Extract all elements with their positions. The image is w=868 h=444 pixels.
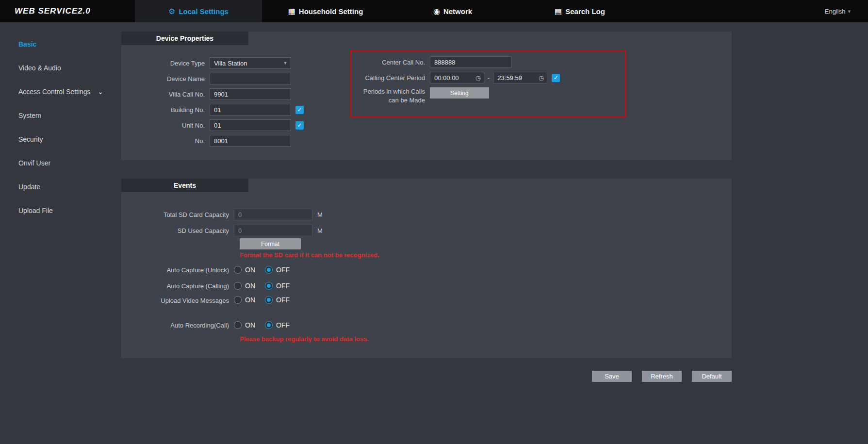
period-separator: - (488, 74, 490, 82)
sidebar-item-label: Upload File (18, 207, 53, 214)
upload-video-messages-label: Upload Video Messages (127, 296, 229, 305)
device-type-select[interactable]: Villa Station ▼ (210, 57, 291, 69)
calling-center-period-label: Calling Center Period (353, 74, 425, 82)
auto-capture-calling-radio-group: ON OFF (234, 282, 290, 290)
sidebar-item-video-audio[interactable]: Video & Audio (0, 56, 121, 80)
tab-network[interactable]: ◉ Network (389, 0, 516, 22)
radio-on[interactable] (234, 296, 242, 304)
tab-search-log[interactable]: ▤ Search Log (516, 0, 643, 22)
auto-capture-unlock-label: Auto Capture (Unlock) (127, 266, 229, 274)
auto-capture-calling-label: Auto Capture (Calling) (127, 282, 229, 290)
sidebar-item-access-control-settings[interactable]: Access Control Settings ⌄ (0, 80, 121, 103)
sidebar-item-upload-file[interactable]: Upload File (0, 198, 121, 222)
sidebar-item-security[interactable]: Security (0, 127, 121, 151)
panel-title: Device Properties (121, 32, 248, 45)
sd-used-unit: M (317, 227, 323, 234)
sidebar: Basic Video & Audio Access Control Setti… (0, 22, 121, 444)
dropdown-arrow-icon: ▼ (280, 61, 291, 66)
events-panel: Events Total SD Card Capacity M SD Used … (121, 179, 732, 358)
sidebar-item-label: Onvif User (18, 159, 50, 167)
sidebar-item-label: Video & Audio (18, 64, 61, 72)
total-sd-label: Total SD Card Capacity (127, 211, 229, 218)
center-call-no-label: Center Call No. (353, 59, 425, 66)
tab-label: Network (443, 7, 472, 16)
period-checkbox[interactable]: ✓ (552, 74, 560, 82)
building-no-input[interactable] (210, 104, 291, 115)
radio-off[interactable] (265, 296, 273, 304)
building-icon: ▦ (288, 7, 295, 16)
no-label: No. (127, 137, 205, 145)
refresh-button[interactable]: Refresh (642, 371, 682, 382)
unit-no-input[interactable] (210, 119, 291, 131)
clock-icon: ◷ (475, 74, 484, 82)
building-no-label: Building No. (127, 106, 205, 114)
total-sd-input (234, 209, 312, 220)
off-label: OFF (276, 282, 290, 290)
device-properties-panel: Device Properties Device Type Villa Stat… (121, 32, 732, 160)
period-start-value: 00:00:00 (430, 74, 475, 82)
device-name-input[interactable] (210, 73, 291, 84)
save-button[interactable]: Save (592, 371, 632, 382)
clock-icon: ◷ (539, 74, 547, 82)
chevron-down-icon: ⌄ (98, 87, 104, 96)
radio-off[interactable] (265, 321, 273, 329)
no-input[interactable] (210, 135, 291, 147)
setting-button[interactable]: Setting (430, 87, 489, 99)
upload-video-messages-radio-group: ON OFF (234, 296, 290, 304)
radio-on[interactable] (234, 321, 242, 329)
chevron-down-icon: ▾ (848, 8, 851, 15)
on-label: ON (245, 282, 255, 290)
radio-on[interactable] (234, 282, 242, 290)
globe-icon: ◉ (433, 7, 440, 16)
off-label: OFF (276, 296, 290, 304)
backup-warning-text: Please backup regularly to avoid data lo… (240, 335, 379, 343)
gear-icon: ⚙ (168, 7, 175, 16)
tab-label: Search Log (565, 7, 605, 16)
sidebar-item-label: System (18, 112, 41, 119)
default-button[interactable]: Default (692, 371, 732, 382)
unit-no-checkbox[interactable]: ✓ (295, 121, 304, 130)
center-call-no-input[interactable] (430, 56, 511, 68)
on-label: ON (245, 266, 255, 274)
sidebar-item-label: Update (18, 183, 40, 191)
auto-recording-call-label: Auto Recording(Call) (127, 322, 229, 329)
villa-call-no-label: Villa Call No. (127, 91, 205, 98)
events-form: Total SD Card Capacity M SD Used Capacit… (127, 209, 379, 348)
villa-call-no-input[interactable] (210, 88, 291, 100)
on-label: ON (245, 296, 255, 304)
app-logo: WEB SERVICE2.0 (0, 0, 135, 22)
sidebar-item-onvif-user[interactable]: Onvif User (0, 151, 121, 175)
radio-on[interactable] (234, 266, 242, 274)
sidebar-item-label: Basic (18, 40, 36, 48)
sidebar-item-basic[interactable]: Basic (0, 32, 121, 56)
center-call-highlight-group: Center Call No. Calling Center Period 00… (350, 50, 626, 117)
auto-recording-call-radio-group: ON OFF (234, 321, 290, 329)
radio-off[interactable] (265, 282, 273, 290)
format-button[interactable]: Format (240, 238, 301, 249)
device-properties-form: Device Type Villa Station ▼ Device Name … (127, 57, 304, 150)
sd-used-label: SD Used Capacity (127, 227, 229, 234)
sidebar-item-system[interactable]: System (0, 103, 121, 127)
device-type-label: Device Type (127, 60, 205, 67)
period-end-value: 23:59:59 (493, 74, 539, 82)
panel-title: Events (121, 179, 248, 192)
period-start-input[interactable]: 00:00:00 ◷ (430, 72, 484, 83)
period-end-input[interactable]: 23:59:59 ◷ (493, 72, 547, 83)
radio-off[interactable] (265, 266, 273, 274)
device-type-value: Villa Station (210, 60, 280, 67)
log-icon: ▤ (555, 7, 562, 16)
tab-local-settings[interactable]: ⚙ Local Settings (135, 0, 262, 22)
sidebar-item-update[interactable]: Update (0, 175, 121, 198)
tab-label: Household Setting (299, 7, 363, 16)
auto-capture-unlock-radio-group: ON OFF (234, 266, 290, 274)
footer-actions: Save Refresh Default (121, 371, 732, 382)
language-selector[interactable]: English ▾ (825, 0, 851, 22)
tab-household-setting[interactable]: ▦ Household Setting (262, 0, 389, 22)
device-name-label: Device Name (127, 75, 205, 82)
periods-setting-label: Periods in which Calls can be Made (353, 87, 425, 105)
sidebar-item-label: Security (18, 135, 43, 143)
off-label: OFF (276, 266, 290, 274)
unit-no-label: Unit No. (127, 122, 205, 129)
total-sd-unit: M (317, 211, 323, 218)
building-no-checkbox[interactable]: ✓ (295, 106, 304, 114)
